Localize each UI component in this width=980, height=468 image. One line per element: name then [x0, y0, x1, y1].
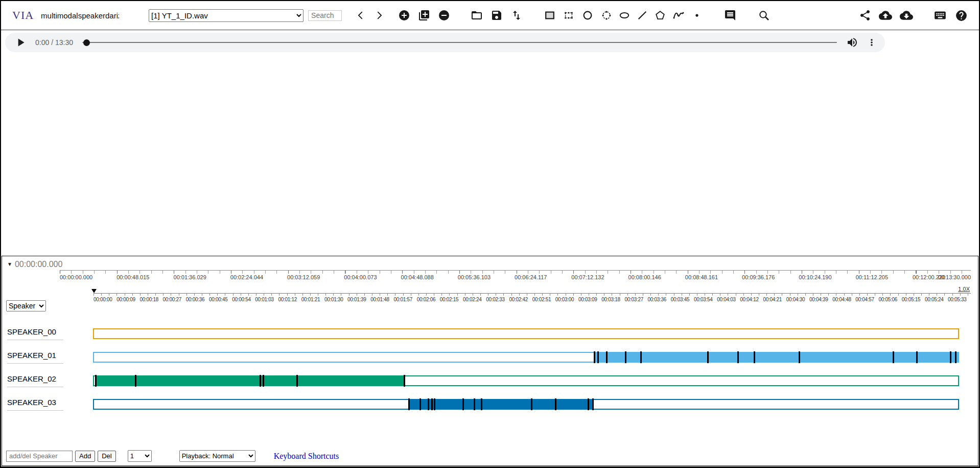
segment-boundary-marker[interactable]	[737, 351, 739, 363]
ellipse-tool-button[interactable]	[619, 10, 630, 21]
zoom-tick-label: 00:04:03	[717, 297, 736, 302]
segment-boundary-marker[interactable]	[555, 398, 556, 410]
import-export-button[interactable]	[510, 9, 523, 21]
speaker-track[interactable]	[93, 375, 959, 386]
del-button[interactable]: Del	[98, 451, 116, 462]
zoom-tick-label: 00:03:36	[648, 297, 667, 302]
keyboard-shortcuts-link[interactable]: Keyboard Shortcuts	[274, 452, 339, 461]
polygon-tool-button[interactable]	[655, 10, 666, 21]
segment-boundary-marker[interactable]	[893, 351, 894, 363]
seek-slider[interactable]	[82, 33, 837, 52]
add-del-speaker-input[interactable]	[6, 451, 73, 462]
zoom-tick-label: 00:02:33	[486, 297, 505, 302]
count-select[interactable]: 1	[128, 450, 152, 462]
zoom-tick-label: 00:03:09	[578, 297, 597, 302]
timeline-tick-label: 00:09:36.176	[742, 274, 775, 280]
full-timeline-ruler[interactable]: 00:00:00.00000:00:48.01500:01:36.02900:0…	[60, 270, 971, 286]
segment-boundary-marker[interactable]	[263, 375, 264, 387]
zoom-tick-label: 00:00:27	[163, 297, 182, 302]
zoom-timeline-ruler[interactable]: 1.0X 00:00:0000:00:0900:00:1800:00:2700:…	[94, 286, 971, 305]
chevron-right-icon	[374, 10, 385, 21]
segment-boundary-marker[interactable]	[428, 398, 429, 410]
extreme-circle-tool-button[interactable]	[601, 10, 612, 21]
segment-boundary-marker[interactable]	[474, 398, 475, 410]
cloud-download-icon	[900, 9, 913, 22]
extreme-rectangle-tool-button[interactable]	[563, 10, 574, 21]
zoom-tick-label: 00:04:57	[855, 297, 874, 302]
segment-boundary-marker[interactable]	[135, 375, 136, 387]
rectangle-tool-button[interactable]	[544, 10, 555, 21]
segment-boundary-marker[interactable]	[597, 351, 599, 363]
seek-slider-thumb[interactable]	[83, 39, 90, 46]
line-tool-icon	[637, 10, 648, 21]
playhead-time-value: 00:00:00.000	[15, 260, 62, 269]
volume-button[interactable]	[846, 36, 858, 49]
prev-file-button[interactable]	[355, 10, 366, 21]
annotation-editor-button[interactable]	[724, 9, 736, 21]
segment-boundary-marker[interactable]	[408, 398, 410, 410]
playback-select[interactable]: Playback: Normal	[179, 450, 255, 462]
push-project-button[interactable]	[879, 9, 892, 22]
player-overflow-menu-button[interactable]	[867, 36, 877, 49]
speaker-segment[interactable]	[409, 400, 594, 409]
circle-tool-button[interactable]	[582, 10, 593, 21]
project-name-input[interactable]	[40, 11, 120, 20]
speaker-segment[interactable]	[96, 376, 405, 385]
add-files-bulk-button[interactable]	[418, 9, 430, 21]
zoom-tick-label: 00:04:21	[763, 297, 782, 302]
add-file-button[interactable]	[398, 9, 410, 21]
zoom-tick-label: 00:03:00	[555, 297, 574, 302]
segment-boundary-marker[interactable]	[955, 351, 956, 363]
speaker-track[interactable]	[93, 328, 959, 339]
segment-boundary-marker[interactable]	[296, 375, 298, 387]
segment-boundary-marker[interactable]	[434, 398, 435, 410]
segment-boundary-marker[interactable]	[588, 398, 589, 410]
zoom-tick-label: 00:01:48	[370, 297, 389, 302]
segment-boundary-marker[interactable]	[531, 398, 532, 410]
segment-boundary-marker[interactable]	[754, 351, 755, 363]
share-button[interactable]	[859, 9, 871, 21]
timeline-tick-label: 00:01:36.029	[174, 274, 206, 280]
segment-boundary-marker[interactable]	[707, 351, 709, 363]
play-button[interactable]	[14, 36, 27, 49]
line-tool-button[interactable]	[637, 10, 648, 21]
speaker-track[interactable]	[93, 399, 959, 410]
header-toolbar: VIA [1] YT_1_ID.wav	[1, 1, 979, 30]
point-tool-button[interactable]	[692, 11, 702, 20]
file-select[interactable]: [1] YT_1_ID.wav	[149, 9, 304, 22]
speaker-track[interactable]	[93, 352, 959, 363]
segment-boundary-marker[interactable]	[431, 398, 433, 410]
segment-boundary-marker[interactable]	[419, 398, 421, 410]
next-file-button[interactable]	[374, 10, 385, 21]
segment-boundary-marker[interactable]	[799, 351, 800, 363]
segment-boundary-marker[interactable]	[640, 351, 642, 363]
segment-boundary-marker[interactable]	[950, 351, 951, 363]
segment-boundary-marker[interactable]	[625, 351, 626, 363]
segment-boundary-marker[interactable]	[594, 351, 595, 363]
rectangle-tool-icon	[544, 10, 555, 21]
group-attribute-select[interactable]: Speaker	[6, 300, 46, 311]
add-button[interactable]: Add	[75, 451, 95, 462]
zoom-tick-label: 00:00:18	[139, 297, 158, 302]
help-button[interactable]	[955, 9, 968, 22]
segment-boundary-marker[interactable]	[592, 398, 594, 410]
pull-project-button[interactable]	[900, 9, 913, 22]
segment-boundary-marker[interactable]	[404, 375, 405, 387]
segment-boundary-marker[interactable]	[916, 351, 918, 363]
segment-boundary-marker[interactable]	[95, 375, 97, 387]
segment-boundary-marker[interactable]	[462, 398, 464, 410]
open-project-button[interactable]	[471, 9, 483, 21]
zoom-tick-label: 00:02:42	[509, 297, 528, 302]
segment-boundary-marker[interactable]	[606, 351, 608, 363]
remove-file-button[interactable]	[438, 9, 450, 21]
zoom-tick-label: 00:01:39	[347, 297, 366, 302]
polyline-tool-button[interactable]	[672, 9, 685, 21]
save-project-button[interactable]	[491, 9, 503, 21]
segment-boundary-marker[interactable]	[260, 375, 261, 387]
segment-boundary-marker[interactable]	[481, 398, 482, 410]
zoom-button[interactable]	[758, 9, 770, 21]
keyboard-shortcuts-button[interactable]	[934, 9, 947, 22]
playhead-marker-icon[interactable]	[91, 289, 97, 293]
search-input[interactable]	[308, 10, 342, 21]
speaker-segment[interactable]	[594, 353, 958, 362]
